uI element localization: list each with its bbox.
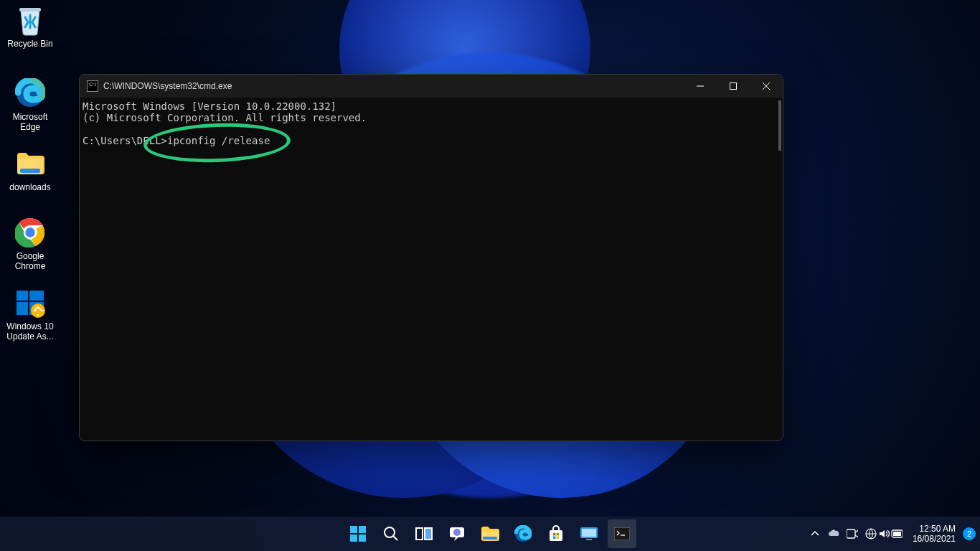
console-command[interactable]: ipconfig /release bbox=[167, 135, 270, 146]
tray-overflow-button[interactable] bbox=[809, 528, 821, 540]
desktop-icon-label: Microsoft Edge bbox=[3, 112, 57, 132]
recycle-bin-icon bbox=[14, 4, 46, 36]
cmd-taskbar-button[interactable] bbox=[608, 519, 636, 548]
console-line: (c) Microsoft Corporation. All rights re… bbox=[83, 112, 367, 123]
cmd-window[interactable]: C:\ C:\WINDOWS\system32\cmd.exe Microsof… bbox=[79, 74, 783, 441]
svg-rect-0 bbox=[19, 8, 41, 11]
desktop-icon-chrome[interactable]: Google Chrome bbox=[3, 217, 57, 271]
svg-rect-14 bbox=[350, 534, 357, 542]
taskbar-center bbox=[344, 519, 636, 548]
minimize-icon bbox=[697, 83, 704, 90]
start-button[interactable] bbox=[344, 519, 372, 548]
settings-button[interactable] bbox=[575, 519, 603, 548]
explorer-button[interactable] bbox=[476, 519, 504, 548]
system-tray[interactable]: 12:50 AM 16/08/2021 2 bbox=[809, 524, 976, 544]
search-button[interactable] bbox=[377, 519, 405, 548]
svg-rect-27 bbox=[553, 537, 556, 540]
desktop-icon-edge[interactable]: Microsoft Edge bbox=[3, 77, 57, 132]
folder-icon bbox=[14, 148, 46, 179]
maximize-icon bbox=[730, 83, 737, 90]
taskview-icon bbox=[415, 526, 433, 542]
close-icon bbox=[763, 83, 770, 90]
close-button[interactable] bbox=[750, 75, 783, 98]
search-icon bbox=[383, 526, 399, 542]
svg-rect-7 bbox=[29, 291, 44, 301]
svg-rect-22 bbox=[483, 537, 497, 540]
svg-rect-26 bbox=[557, 533, 560, 536]
svg-rect-11 bbox=[730, 83, 737, 90]
store-icon bbox=[547, 525, 565, 542]
svg-rect-33 bbox=[847, 529, 855, 538]
chevron-up-icon bbox=[811, 529, 819, 538]
desktop-icon-win10-update[interactable]: Windows 10 Update As... bbox=[3, 287, 57, 342]
notification-count: 2 bbox=[967, 529, 971, 538]
minimize-button[interactable] bbox=[684, 75, 717, 98]
window-title: C:\WINDOWS\system32\cmd.exe bbox=[103, 81, 684, 91]
windows-start-icon bbox=[349, 525, 367, 542]
maximize-button[interactable] bbox=[717, 75, 750, 98]
battery-icon[interactable] bbox=[891, 528, 903, 540]
svg-point-16 bbox=[385, 527, 395, 537]
scrollbar[interactable] bbox=[778, 100, 781, 151]
chrome-icon bbox=[14, 217, 46, 248]
titlebar[interactable]: C:\ C:\WINDOWS\system32\cmd.exe bbox=[80, 75, 783, 98]
svg-rect-8 bbox=[17, 302, 28, 315]
svg-rect-31 bbox=[586, 539, 592, 540]
console-prompt: C:\Users\DELL> bbox=[83, 135, 167, 146]
language-icon[interactable] bbox=[865, 528, 877, 540]
meet-now-icon[interactable] bbox=[847, 528, 858, 540]
cmd-app-icon: C:\ bbox=[87, 80, 98, 92]
monitor-icon bbox=[580, 527, 598, 541]
edge-icon bbox=[514, 525, 532, 542]
svg-rect-32 bbox=[614, 527, 630, 540]
svg-rect-15 bbox=[359, 534, 366, 542]
svg-rect-18 bbox=[425, 528, 432, 540]
desktop-icon-label: Windows 10 Update As... bbox=[3, 321, 57, 342]
terminal-icon bbox=[614, 527, 630, 540]
svg-rect-28 bbox=[557, 537, 560, 540]
svg-rect-30 bbox=[582, 529, 596, 537]
console-line: Microsoft Windows [Version 10.0.22000.13… bbox=[83, 100, 336, 112]
edge-icon bbox=[14, 77, 46, 109]
desktop-icon-label: Recycle Bin bbox=[3, 39, 57, 49]
date-text: 16/08/2021 bbox=[913, 534, 956, 544]
chat-icon bbox=[448, 525, 466, 542]
desktop-icon-downloads[interactable]: downloads bbox=[3, 148, 57, 192]
onedrive-icon[interactable] bbox=[828, 528, 839, 540]
svg-rect-12 bbox=[350, 526, 357, 533]
svg-rect-25 bbox=[553, 533, 556, 536]
desktop-icon-label: downloads bbox=[3, 182, 57, 192]
clock[interactable]: 12:50 AM 16/08/2021 bbox=[913, 524, 956, 544]
svg-rect-37 bbox=[893, 532, 901, 536]
taskview-button[interactable] bbox=[410, 519, 438, 548]
desktop-icon-recycle-bin[interactable]: Recycle Bin bbox=[3, 4, 57, 49]
windows-update-icon bbox=[14, 287, 46, 319]
chat-button[interactable] bbox=[443, 519, 471, 548]
time-text: 12:50 AM bbox=[913, 524, 956, 534]
svg-rect-13 bbox=[359, 526, 366, 533]
svg-rect-2 bbox=[20, 169, 40, 173]
svg-rect-17 bbox=[416, 528, 423, 540]
console-output[interactable]: Microsoft Windows [Version 10.0.22000.13… bbox=[80, 98, 783, 441]
volume-icon[interactable] bbox=[878, 528, 890, 540]
notification-badge[interactable]: 2 bbox=[963, 527, 976, 540]
svg-rect-6 bbox=[17, 291, 28, 301]
svg-point-20 bbox=[453, 529, 461, 536]
network-sound-battery[interactable] bbox=[865, 528, 903, 540]
desktop-icon-label: Google Chrome bbox=[3, 251, 57, 271]
taskbar[interactable]: 12:50 AM 16/08/2021 2 bbox=[0, 517, 980, 551]
store-button[interactable] bbox=[542, 519, 570, 548]
folder-icon bbox=[481, 526, 499, 542]
edge-button[interactable] bbox=[509, 519, 537, 548]
svg-rect-24 bbox=[550, 530, 562, 541]
